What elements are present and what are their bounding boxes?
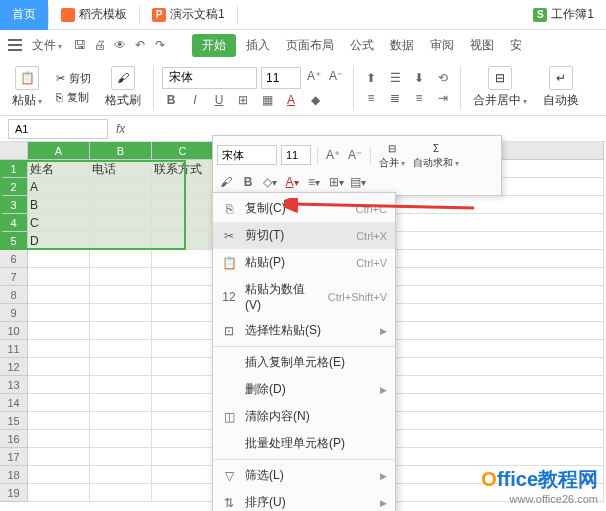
cell[interactable] (90, 214, 152, 232)
orientation-icon[interactable]: ⟲ (434, 69, 452, 87)
fill-icon[interactable]: ◇▾ (261, 173, 279, 191)
merge-button[interactable]: ⊟ 合并居中 (469, 64, 531, 111)
align-icon[interactable]: ≡▾ (305, 173, 323, 191)
row-header[interactable]: 12 (0, 358, 28, 376)
row-header[interactable]: 9 (0, 304, 28, 322)
bold-icon[interactable]: B (239, 173, 257, 191)
cm-cut[interactable]: ✂剪切(T)Ctrl+X (213, 222, 395, 249)
menu-formula[interactable]: 公式 (344, 33, 380, 58)
col-header[interactable]: A (28, 142, 90, 160)
cm-sort[interactable]: ⇅排序(U)▶ (213, 489, 395, 511)
menu-view[interactable]: 视图 (464, 33, 500, 58)
cell[interactable] (28, 304, 90, 322)
cell[interactable] (90, 232, 152, 250)
cell[interactable] (28, 286, 90, 304)
col-header[interactable]: B (90, 142, 152, 160)
paste-button[interactable]: 📋 粘贴 (8, 64, 46, 111)
cell[interactable] (90, 448, 152, 466)
row-header[interactable]: 6 (0, 250, 28, 268)
print-icon[interactable]: 🖨 (92, 37, 108, 53)
cell[interactable] (90, 178, 152, 196)
cell[interactable] (28, 466, 90, 484)
select-all-corner[interactable] (0, 142, 28, 160)
cm-clear[interactable]: ◫清除内容(N) (213, 403, 395, 430)
row-header[interactable]: 11 (0, 340, 28, 358)
border-icon[interactable]: ⊞ (234, 91, 252, 109)
format-painter-icon[interactable]: 🖌 (217, 173, 235, 191)
file-menu[interactable]: 文件 (26, 33, 68, 58)
row-header[interactable]: 18 (0, 466, 28, 484)
indent-icon[interactable]: ⇥ (434, 89, 452, 107)
cell[interactable] (152, 268, 214, 286)
cell[interactable]: A (28, 178, 90, 196)
cell[interactable] (90, 484, 152, 502)
row-header[interactable]: 10 (0, 322, 28, 340)
row-header[interactable]: 16 (0, 430, 28, 448)
copy-button[interactable]: ⎘复制 (54, 89, 93, 106)
cell[interactable]: D (28, 232, 90, 250)
cell[interactable] (152, 466, 214, 484)
cell[interactable]: C (28, 214, 90, 232)
align-left-icon[interactable]: ≡ (362, 89, 380, 107)
cell[interactable]: B (28, 196, 90, 214)
cell[interactable] (152, 304, 214, 322)
cell[interactable] (28, 448, 90, 466)
cell[interactable] (152, 376, 214, 394)
menu-security[interactable]: 安 (504, 33, 528, 58)
mini-merge-button[interactable]: ⊟合并 (377, 140, 407, 170)
font-color-icon[interactable]: A (282, 91, 300, 109)
row-header[interactable]: 1 (0, 160, 28, 178)
cell[interactable] (90, 322, 152, 340)
cell[interactable] (90, 412, 152, 430)
cell[interactable]: 联系方式 (152, 160, 214, 178)
font-color-icon[interactable]: A▾ (283, 173, 301, 191)
mini-size-input[interactable] (281, 145, 311, 165)
row-header[interactable]: 7 (0, 268, 28, 286)
menu-icon[interactable] (8, 39, 22, 51)
cell[interactable] (28, 340, 90, 358)
cell[interactable]: 姓名 (28, 160, 90, 178)
cell[interactable] (90, 304, 152, 322)
cell[interactable] (28, 322, 90, 340)
row-header[interactable]: 2 (0, 178, 28, 196)
redo-icon[interactable]: ↷ (152, 37, 168, 53)
align-center-icon[interactable]: ≣ (386, 89, 404, 107)
cell[interactable] (152, 484, 214, 502)
format-painter-button[interactable]: 🖌 格式刷 (101, 64, 145, 111)
cell[interactable] (90, 376, 152, 394)
cell[interactable] (90, 466, 152, 484)
mini-sum-button[interactable]: Σ自动求和 (411, 140, 461, 170)
cm-paste-values[interactable]: 12粘贴为数值(V)Ctrl+Shift+V (213, 276, 395, 317)
menu-page-layout[interactable]: 页面布局 (280, 33, 340, 58)
cm-batch[interactable]: 批量处理单元格(P) (213, 430, 395, 457)
tab-template[interactable]: 稻壳模板 (49, 0, 139, 30)
cell[interactable] (28, 430, 90, 448)
cell[interactable] (90, 268, 152, 286)
decrease-font-icon[interactable]: A⁻ (327, 67, 345, 85)
cell[interactable] (28, 268, 90, 286)
save-icon[interactable]: 🖫 (72, 37, 88, 53)
row-header[interactable]: 15 (0, 412, 28, 430)
align-middle-icon[interactable]: ☰ (386, 69, 404, 87)
row-header[interactable]: 8 (0, 286, 28, 304)
cell[interactable] (28, 376, 90, 394)
cell[interactable] (28, 394, 90, 412)
cell[interactable] (152, 430, 214, 448)
align-right-icon[interactable]: ≡ (410, 89, 428, 107)
increase-font-icon[interactable]: A⁺ (324, 146, 342, 164)
cell[interactable] (28, 412, 90, 430)
cut-button[interactable]: ✂剪切 (54, 70, 93, 87)
cell[interactable] (90, 430, 152, 448)
bold-icon[interactable]: B (162, 91, 180, 109)
fill-icon[interactable]: ▦ (258, 91, 276, 109)
row-header[interactable]: 19 (0, 484, 28, 502)
cell[interactable] (90, 286, 152, 304)
align-bottom-icon[interactable]: ⬇ (410, 69, 428, 87)
cell[interactable]: 电话 (90, 160, 152, 178)
cell[interactable] (28, 484, 90, 502)
cell[interactable] (152, 232, 214, 250)
cell[interactable] (152, 340, 214, 358)
cell[interactable] (90, 196, 152, 214)
cm-insert-copied[interactable]: 插入复制单元格(E) (213, 349, 395, 376)
cm-paste-special[interactable]: ⊡选择性粘贴(S)▶ (213, 317, 395, 344)
